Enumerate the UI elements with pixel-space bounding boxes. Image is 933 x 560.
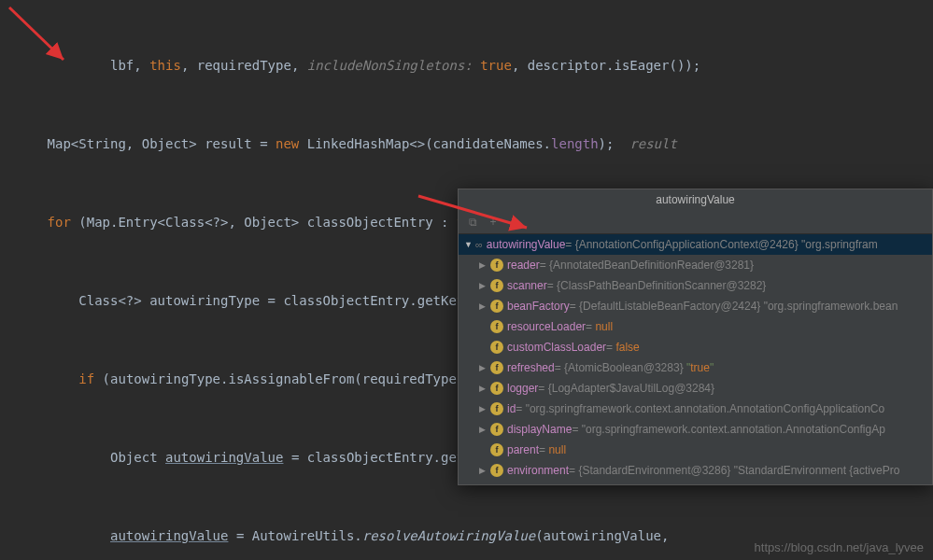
chevron-right-icon[interactable]: ▶ (479, 461, 490, 480)
var-value: = {AnnotationConfigApplicationContext@24… (565, 235, 877, 254)
var-name: beanFactory (507, 297, 570, 315)
var-name: parent (507, 441, 539, 459)
var-value: = null (586, 317, 613, 336)
var-value: = {AtomicBoolean@3283} "true" (555, 358, 714, 377)
var-value: = {LogAdapter$JavaUtilLog@3284} (538, 379, 714, 398)
var-name: resourceLoader (507, 317, 586, 336)
code-line[interactable]: lbf, this, requiredType, includeNonSingl… (0, 52, 933, 78)
field-icon: f (490, 423, 503, 436)
tree-row[interactable]: ▶ f environment = {StandardEnvironment@3… (459, 460, 932, 481)
add-watch-icon[interactable]: + (485, 214, 502, 231)
copy-icon[interactable]: ⧉ (464, 214, 481, 231)
var-name: autowiringValue (487, 235, 566, 254)
tree-row[interactable]: ▶ f beanFactory = {DefaultListableBeanFa… (459, 296, 932, 316)
chevron-right-icon[interactable]: ▶ (479, 358, 490, 377)
popup-title: autowiringValue (459, 189, 932, 210)
field-icon: f (490, 443, 503, 456)
var-name: customClassLoader (507, 338, 606, 357)
tree-row[interactable]: f customClassLoader = false (459, 337, 932, 357)
field-icon: f (490, 300, 503, 313)
tree-row[interactable]: f parent = null (459, 440, 932, 460)
var-name: id (507, 399, 516, 418)
infinity-icon: ∞ (475, 235, 483, 254)
tree-row[interactable]: ▶ f logger = {LogAdapter$JavaUtilLog@328… (459, 378, 932, 399)
var-name: logger (507, 379, 538, 398)
popup-toolbar: ⧉ + (459, 210, 932, 234)
field-icon: f (490, 279, 503, 292)
tree-row[interactable]: ▶ f displayName = "org.springframework.c… (459, 419, 932, 440)
code-line[interactable]: Map<String, Object> result = new LinkedH… (0, 131, 933, 157)
tree-root[interactable]: ▼ ∞ autowiringValue = {AnnotationConfigA… (459, 234, 932, 255)
tree-row[interactable]: ▶ f reader = {AnnotatedBeanDefinitionRea… (459, 255, 932, 275)
spacer (479, 317, 490, 336)
spacer (479, 441, 490, 459)
watermark: https://blog.csdn.net/java_lyvee (755, 540, 924, 554)
var-value: = "org.springframework.context.annotatio… (516, 399, 884, 418)
var-value: = false (606, 338, 640, 357)
chevron-right-icon[interactable]: ▶ (479, 379, 490, 398)
var-name: reader (507, 256, 540, 274)
chevron-down-icon[interactable]: ▼ (464, 235, 475, 254)
tree-row[interactable]: ▶ f refreshed = {AtomicBoolean@3283} "tr… (459, 357, 932, 378)
var-value: = "org.springframework.context.annotatio… (572, 420, 884, 439)
field-icon: f (490, 382, 503, 395)
spacer (479, 338, 490, 357)
var-name: environment (507, 461, 569, 480)
chevron-right-icon[interactable]: ▶ (479, 276, 490, 295)
popup-tree[interactable]: ▼ ∞ autowiringValue = {AnnotationConfigA… (459, 234, 932, 484)
var-name: scanner (507, 276, 547, 295)
chevron-right-icon[interactable]: ▶ (479, 399, 490, 418)
var-value: = {ClassPathBeanDefinitionScanner@3282} (547, 276, 767, 295)
field-icon: f (490, 259, 503, 272)
var-value: = {DefaultListableBeanFactory@2424} "org… (570, 297, 898, 315)
var-value: = {StandardEnvironment@3286} "StandardEn… (569, 461, 899, 480)
evaluate-popup[interactable]: autowiringValue ⧉ + ▼ ∞ autowiringValue … (458, 189, 933, 485)
chevron-right-icon[interactable]: ▶ (479, 297, 490, 315)
chevron-right-icon[interactable]: ▶ (479, 420, 490, 439)
tree-row[interactable]: ▶ f scanner = {ClassPathBeanDefinitionSc… (459, 275, 932, 296)
var-name: displayName (507, 420, 572, 439)
field-icon: f (490, 341, 503, 354)
chevron-right-icon[interactable]: ▶ (479, 256, 490, 274)
var-value: = {AnnotatedBeanDefinitionReader@3281} (540, 256, 754, 274)
tree-row[interactable]: f resourceLoader = null (459, 316, 932, 337)
var-name: refreshed (507, 358, 555, 377)
tree-row[interactable]: ▶ f id = "org.springframework.context.an… (459, 399, 932, 419)
field-icon: f (490, 361, 503, 374)
field-icon: f (490, 464, 503, 477)
field-icon: f (490, 320, 503, 333)
var-value: = null (539, 441, 566, 459)
field-icon: f (490, 402, 503, 415)
